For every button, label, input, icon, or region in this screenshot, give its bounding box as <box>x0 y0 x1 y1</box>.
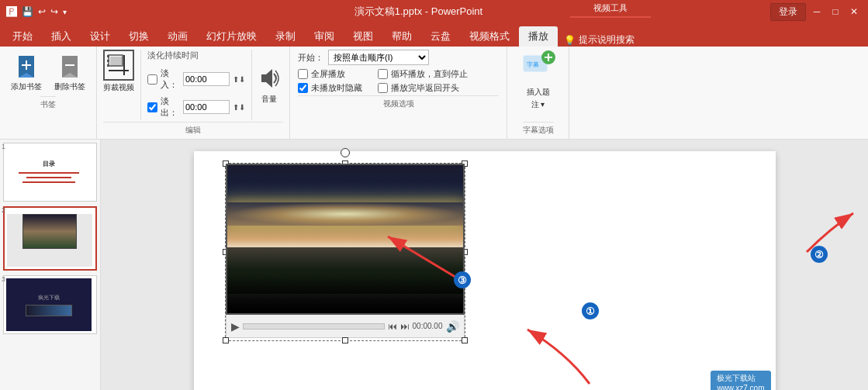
video-tools-label: 视频工具 <box>570 0 651 18</box>
lightbulb-icon: 💡 <box>564 35 576 46</box>
bookmark-section-label: 书签 <box>40 96 56 110</box>
insert-caption-button[interactable]: 字幕 插入题 注 ▾ <box>520 50 556 110</box>
ribbon-section-video-options: 开始： 自动(A) 按照单击顺序(I) 单击时(C) 全屏播放 未播放时隐藏 <box>290 47 507 139</box>
fade-out-row: 淡出： ⬆⬇ <box>147 95 245 119</box>
tab-switch[interactable]: 切换 <box>119 26 158 47</box>
login-button[interactable]: 登录 <box>770 3 806 21</box>
rewind-checkbox[interactable] <box>378 83 388 93</box>
opts-col-right: 循环播放，直到停止 播放完毕返回开头 <box>378 68 468 94</box>
slide-preview-3: 疯光下载 <box>3 275 97 334</box>
rewind-option: 播放完毕返回开头 <box>378 82 468 94</box>
watermark-site: 极光下载站 <box>717 373 764 384</box>
play-button[interactable]: ▶ <box>231 320 240 333</box>
quick-save-icon[interactable]: 💾 <box>22 6 33 17</box>
slide-num-2: 2 <box>2 206 5 214</box>
svg-rect-11 <box>107 55 109 57</box>
caption-section-label: 字幕选项 <box>523 122 554 136</box>
title-bar: 🅿 💾 ↩ ↪ ▾ 视频工具 演示文稿1.pptx - PowerPoint 登… <box>0 0 868 23</box>
fade-duration-label: 淡化持续时间 <box>147 50 245 61</box>
add-bookmark-label: 添加书签 <box>11 81 42 92</box>
hint-search[interactable]: 💡 提示说明搜索 <box>564 33 635 47</box>
svg-marker-14 <box>261 69 272 88</box>
tab-view[interactable]: 视图 <box>344 26 382 47</box>
insert-caption-label: 插入题 <box>527 87 550 98</box>
progress-bar[interactable] <box>243 323 385 330</box>
restore-icon[interactable]: □ <box>828 4 843 19</box>
tab-video-format[interactable]: 视频格式 <box>460 26 519 47</box>
loop-checkbox[interactable] <box>378 69 388 79</box>
tab-playback[interactable]: 播放 <box>519 26 558 47</box>
tab-animation[interactable]: 动画 <box>158 26 197 47</box>
tab-review[interactable]: 审阅 <box>305 26 344 47</box>
fullscreen-label: 全屏播放 <box>311 68 345 80</box>
remove-bookmark-button[interactable]: 删除书签 <box>50 53 90 95</box>
redo-icon[interactable]: ↪ <box>50 6 58 17</box>
slide-panel: 1 目录 2 <box>0 140 101 390</box>
fullscreen-option: 全屏播放 <box>298 68 362 80</box>
tab-bar: 开始 插入 设计 切换 动画 幻灯片放映 录制 审阅 视图 帮助 云盘 视频格式… <box>0 23 868 47</box>
app-icon: 🅿 <box>6 5 17 18</box>
fullscreen-checkbox[interactable] <box>298 69 308 79</box>
volume-icon <box>258 66 280 91</box>
slide-preview-1: 目录 <box>3 143 97 202</box>
fade-in-label: 淡入： <box>161 67 180 91</box>
video-controls: ▶ ⏮ ⏭ 00:00.00 🔊 <box>226 315 465 338</box>
hide-label: 未播放时隐藏 <box>311 82 362 94</box>
start-label: 开始： <box>298 52 323 64</box>
rotate-handle[interactable] <box>341 148 350 157</box>
fade-out-label: 淡出： <box>161 95 180 119</box>
loop-label: 循环播放，直到停止 <box>391 68 468 80</box>
close-icon[interactable]: ✕ <box>846 4 862 19</box>
handle-bot-mid[interactable] <box>342 337 348 343</box>
remove-bookmark-label: 删除书签 <box>54 81 85 92</box>
handle-bot-left[interactable] <box>223 337 229 343</box>
slide-thumb-1[interactable]: 1 目录 <box>3 143 97 202</box>
edit-section-label: 编辑 <box>103 122 283 136</box>
svg-rect-13 <box>107 64 109 67</box>
add-bookmark-button[interactable]: 添加书签 <box>6 53 47 95</box>
tab-slideshow[interactable]: 幻灯片放映 <box>197 26 266 47</box>
video-container[interactable]: ▶ ⏮ ⏭ 00:00.00 🔊 <box>225 163 465 341</box>
hide-option: 未播放时隐藏 <box>298 82 362 94</box>
undo-icon[interactable]: ↩ <box>38 6 46 17</box>
annotation-circle-2: ② <box>811 246 828 263</box>
volume-section: 音量 <box>251 50 283 120</box>
slide-thumb-2[interactable]: 2 <box>3 206 97 271</box>
fade-out-checkbox[interactable] <box>147 102 157 112</box>
volume-label: 音量 <box>261 94 277 105</box>
watermark-url: www.xz7.com <box>717 384 764 390</box>
window-title: 演示文稿1.pptx - PowerPoint <box>67 5 770 19</box>
slide-num-1: 1 <box>2 143 5 150</box>
fade-out-input[interactable] <box>183 100 230 114</box>
tab-design[interactable]: 设计 <box>81 26 119 47</box>
svg-rect-12 <box>107 60 109 62</box>
video-frame <box>226 164 465 315</box>
next-frame-button[interactable]: ⏭ <box>400 321 410 332</box>
fade-in-checkbox[interactable] <box>147 74 157 85</box>
bookmark-buttons: 添加书签 删除书签 <box>6 53 90 95</box>
start-select[interactable]: 自动(A) 按照单击顺序(I) 单击时(C) <box>328 50 429 65</box>
svg-text:字幕: 字幕 <box>527 61 539 68</box>
slide-canvas: ▶ ⏮ ⏭ 00:00.00 🔊 <box>194 151 776 390</box>
arrow-2 <box>783 198 869 260</box>
prev-frame-button[interactable]: ⏮ <box>388 321 397 332</box>
fade-in-row: 淡入： ⬆⬇ <box>147 67 245 91</box>
hide-checkbox[interactable] <box>298 83 308 93</box>
fade-controls: 淡化持续时间 淡入： ⬆⬇ 淡出： ⬆⬇ <box>147 50 245 120</box>
fade-in-input[interactable] <box>183 72 230 86</box>
ribbon-section-edit: 剪裁视频 淡化持续时间 淡入： ⬆⬇ 淡出： ⬆⬇ <box>97 47 290 139</box>
minimize-icon[interactable]: ─ <box>809 4 825 19</box>
arrow-1 <box>473 306 628 390</box>
tab-record[interactable]: 录制 <box>266 26 305 47</box>
title-bar-left: 🅿 💾 ↩ ↪ ▾ <box>6 5 67 18</box>
slide-thumb-3[interactable]: 3 疯光下载 <box>3 275 97 334</box>
volume-button[interactable]: 🔊 <box>446 320 459 333</box>
crop-video-button[interactable]: 剪裁视频 <box>103 50 141 120</box>
canvas-area: ▶ ⏮ ⏭ 00:00.00 🔊 <box>101 140 868 390</box>
tab-help[interactable]: 帮助 <box>382 26 421 47</box>
handle-bot-right[interactable] <box>462 337 468 343</box>
tab-insert[interactable]: 插入 <box>42 26 81 47</box>
slide-preview-2 <box>3 206 97 271</box>
tab-start[interactable]: 开始 <box>3 26 42 47</box>
tab-cloud[interactable]: 云盘 <box>421 26 460 47</box>
